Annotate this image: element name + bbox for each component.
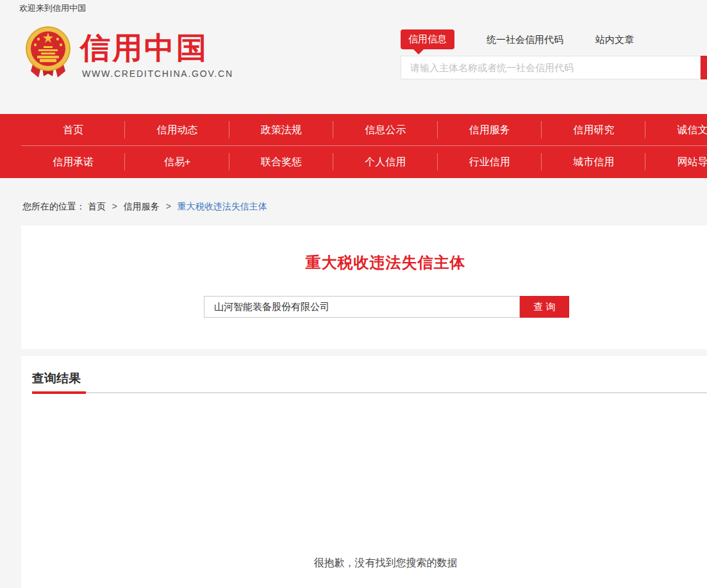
breadcrumb-credit-services[interactable]: 信用服务 (124, 201, 160, 211)
tab-credit-info[interactable]: 信用信息 (401, 29, 454, 49)
nav-item-info-disclosure[interactable]: 信息公示 (333, 114, 437, 145)
query-button[interactable]: 查 询 (520, 296, 569, 318)
results-heading-rule (32, 392, 707, 393)
results-heading-rule-accent (32, 391, 86, 394)
header-search-button[interactable] (701, 56, 707, 79)
nav-row-1: 首页 信用动态 政策法规 信息公示 信用服务 信用研究 诚信文化 (21, 114, 707, 145)
breadcrumb-separator: > (166, 201, 171, 211)
nav-item-site-map[interactable]: 网站导航 (645, 146, 707, 177)
query-card: 重大税收违法失信主体 查 询 (21, 225, 707, 349)
nav-item-credit-news[interactable]: 信用动态 (125, 114, 229, 145)
nav-item-integrity-culture[interactable]: 诚信文化 (645, 114, 707, 145)
welcome-text: 欢迎来到信用中国 (19, 3, 86, 14)
nav-row-2: 信用承诺 信易+ 联合奖惩 个人信用 行业信用 城市信用 网站导航 (21, 146, 707, 177)
nav-item-city-credit[interactable]: 城市信用 (542, 146, 645, 177)
breadcrumb-prefix: 您所在的位置： (22, 201, 85, 211)
nav-item-personal-credit[interactable]: 个人信用 (333, 146, 437, 177)
nav-item-credit-commitment[interactable]: 信用承诺 (21, 146, 125, 177)
tab-unified-social-credit-code[interactable]: 统一社会信用代码 (487, 34, 563, 46)
nav-item-credit-services[interactable]: 信用服务 (438, 114, 542, 145)
nav-item-xinyi-plus[interactable]: 信易+ (125, 146, 229, 177)
brand-url: WWW.CREDITCHINA.GOV.CN (82, 69, 233, 79)
nav-item-industry-credit[interactable]: 行业信用 (438, 146, 542, 177)
nav-item-credit-research[interactable]: 信用研究 (542, 114, 645, 145)
nav-item-joint-reward-punishment[interactable]: 联合奖惩 (229, 146, 333, 177)
empty-results-message: 很抱歉，没有找到您搜索的数据 (21, 557, 707, 570)
nav-item-home[interactable]: 首页 (21, 114, 125, 145)
tab-site-articles[interactable]: 站内文章 (595, 34, 634, 46)
main-nav: 首页 信用动态 政策法规 信息公示 信用服务 信用研究 诚信文化 信用承诺 信易… (0, 114, 707, 178)
brand-name: 信用中国 (80, 28, 208, 69)
breadcrumb-separator: > (112, 201, 117, 211)
header-search-input[interactable] (401, 56, 701, 79)
nav-item-policies[interactable]: 政策法规 (229, 114, 333, 145)
results-heading: 查询结果 (32, 370, 81, 387)
results-card: 查询结果 很抱歉，没有找到您搜索的数据 (21, 356, 707, 588)
page-title: 重大税收违法失信主体 (21, 252, 707, 273)
entity-query-input[interactable] (204, 296, 520, 318)
breadcrumb-home[interactable]: 首页 (88, 201, 106, 211)
active-tab-pointer-icon (413, 49, 424, 54)
breadcrumb-current-page[interactable]: 重大税收违法失信主体 (178, 201, 267, 211)
nav-row-divider (21, 145, 707, 146)
breadcrumb: 您所在的位置： 首页 > 信用服务 > 重大税收违法失信主体 (22, 201, 267, 213)
national-emblem-icon (24, 25, 72, 79)
